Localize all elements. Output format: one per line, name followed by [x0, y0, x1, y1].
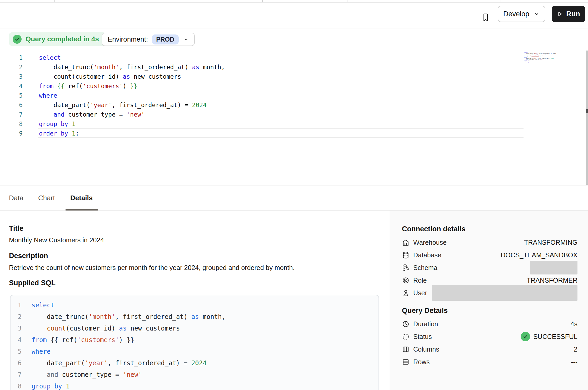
code-token: , first_ordered_at) [119, 64, 192, 71]
tab-details[interactable]: Details [70, 186, 93, 210]
title-value: Monthly New Customers in 2024 [9, 236, 104, 244]
play-icon [557, 11, 563, 17]
query-ide-screen: { "top_strip": { "dividers_x": [207, 527… [0, 0, 588, 390]
toolbar: Develop Run [0, 3, 588, 28]
code-token: from [39, 83, 53, 89]
code-token: , first_ordered_at) = [112, 102, 192, 108]
code-editor[interactable]: 1select2 date_trunc('month', first_order… [0, 48, 588, 185]
supplied-sql-lines: 1select2 date_trunc('month', first_order… [11, 299, 378, 390]
line-number: 1 [0, 54, 23, 61]
tab-chart[interactable]: Chart [38, 186, 55, 210]
minimap-line: order by 1; [524, 61, 535, 63]
code-token: 1 [72, 130, 76, 137]
line-number: 9 [0, 130, 23, 137]
check-circle-icon [13, 35, 22, 44]
code-token: 'year' [90, 102, 112, 108]
code-line: 8group by 1 [11, 381, 378, 390]
code-token: ref( [64, 83, 83, 89]
columns-icon [402, 346, 410, 353]
tab-divider [139, 0, 139, 2]
warehouse-icon [402, 239, 410, 246]
code-token: and [53, 111, 64, 118]
connection-panel: Connection details WarehouseTRANSFORMING… [390, 211, 588, 390]
code-token: 2024 [192, 102, 207, 108]
environment-label: Environment: [108, 35, 148, 43]
code-token: month, [199, 64, 225, 71]
code-token [68, 130, 72, 137]
code-token: date_trunc( [39, 64, 94, 71]
develop-menu-button[interactable]: Develop [498, 6, 545, 22]
supplied-sql-card: 1select2 date_trunc('month', first_order… [10, 295, 379, 390]
code-line: 4from {{ ref('customers') }} [0, 81, 225, 91]
code-token: , first_ordered_at) [115, 313, 191, 321]
query-row-duration: Duration4s [402, 318, 577, 330]
detail-value: --- [571, 358, 577, 366]
code-line: 3 count(customer_id) as new_customers [11, 323, 378, 334]
code-token: 'month' [94, 64, 119, 71]
detail-value: 2 [574, 346, 577, 353]
code-token: customer_type = [64, 111, 126, 118]
code-line: 7 and customer_type = 'new' [11, 369, 378, 381]
detail-value: TRANSFORMER [527, 277, 577, 284]
code-line: 5where [11, 346, 378, 357]
code-token: {{ ref( [47, 336, 77, 344]
duration-icon [402, 320, 410, 328]
line-number: 7 [0, 111, 23, 118]
code-token: where [39, 92, 57, 99]
code-line: 1select [11, 299, 378, 311]
ref-link[interactable]: 'customers' [83, 83, 123, 89]
connection-row-role: RoleTRANSFORMER [402, 274, 577, 287]
code-token: new_customers [130, 73, 181, 80]
environment-value-chip: PROD [152, 34, 178, 44]
database-icon [402, 251, 410, 259]
detail-value: 4s [571, 320, 577, 328]
tab-divider [347, 0, 347, 2]
detail-label: Status [413, 333, 432, 341]
code-token [32, 371, 47, 378]
code-token: }} [130, 83, 137, 89]
user-icon [402, 289, 410, 297]
code-token: from [32, 336, 47, 344]
run-button[interactable]: Run [552, 6, 585, 22]
code-token: where [32, 348, 51, 355]
code-token: and [47, 371, 58, 378]
detail-label: User [413, 289, 427, 297]
code-token: = [115, 371, 119, 378]
code-line: 5where [0, 91, 225, 100]
line-number: 8 [0, 121, 23, 127]
detail-value: TRANSFORMING [524, 239, 577, 246]
code-token [53, 83, 57, 89]
line-number: 6 [11, 359, 22, 367]
bookmark-icon [482, 13, 490, 22]
code-line: 8group by 1 [0, 119, 225, 129]
code-token [62, 383, 66, 390]
detail-value: DOCS_TEAM_SANDBOX [501, 251, 577, 259]
code-token: 'customers' [77, 336, 119, 344]
editor-scrollbar-track[interactable] [586, 51, 588, 185]
environment-selector[interactable]: Environment: PROD [102, 33, 195, 46]
results-tabs: Data Chart Details [0, 185, 588, 211]
develop-label: Develop [503, 10, 529, 18]
tab-data[interactable]: Data [9, 186, 23, 210]
detail-label: Duration [413, 320, 438, 328]
detail-label: Schema [413, 264, 437, 272]
code-token: 1 [66, 383, 69, 390]
query-details-heading: Query Details [402, 306, 577, 315]
code-token: date_part( [32, 359, 85, 367]
code-token: 'month' [89, 313, 115, 321]
description-value: Retrieve the count of new customers per … [9, 264, 295, 272]
code-line: 6 date_part('year', first_ordered_at) = … [11, 357, 378, 369]
upper-tabbar-strip [0, 0, 588, 3]
code-token: (customer_id) [66, 325, 119, 332]
code-line: 2 date_trunc('month', first_ordered_at) … [0, 62, 225, 72]
code-token: new_customers [127, 325, 180, 332]
editor-minimap[interactable]: select date_trunc('month', first_ordered… [524, 52, 558, 64]
role-icon [402, 277, 410, 284]
line-number: 8 [11, 383, 22, 390]
code-token: 'year' [85, 359, 108, 367]
code-token: order by [39, 130, 68, 137]
detail-label: Columns [413, 346, 439, 353]
code-token [187, 359, 191, 367]
editor-scrollbar-handle[interactable] [586, 109, 588, 113]
bookmark-button[interactable] [480, 12, 491, 23]
